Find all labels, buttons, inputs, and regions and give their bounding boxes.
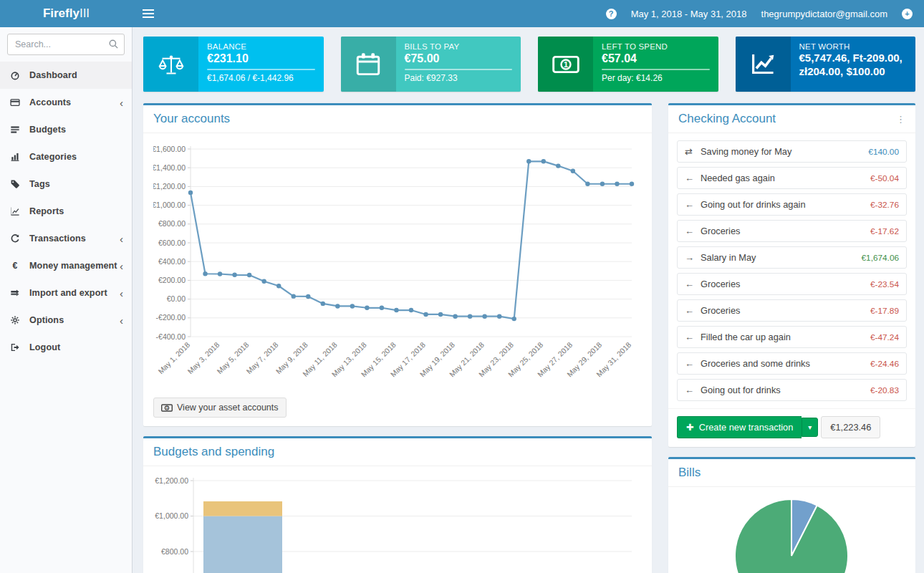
sidebar-item-budgets[interactable]: Budgets (0, 116, 132, 143)
transaction-row[interactable]: ←Filled the car up again€-47.24 (677, 326, 907, 348)
transaction-row[interactable]: ⇄Saving money for May€140.00 (677, 140, 907, 163)
sidebar-item-reports[interactable]: Reports (0, 198, 132, 225)
info-box-footer: Per day: €14.26 (602, 73, 710, 83)
plus-icon: ✚ (686, 422, 694, 433)
svg-text:-€200.00: -€200.00 (156, 313, 186, 322)
money-icon: 1 (161, 404, 173, 412)
caret-down-icon: ▾ (808, 423, 812, 431)
info-box-progress (207, 69, 315, 70)
svg-text:€400.00: €400.00 (158, 257, 186, 266)
bills-pie-chart[interactable] (678, 493, 903, 573)
budgets-bar-chart[interactable]: €1,200.00€1,000.00€800.00€600.00€400.00€… (153, 472, 640, 573)
sidebar-item-options[interactable]: Options‹ (0, 307, 132, 334)
sidebar-item-label: Reports (29, 206, 64, 216)
categories-icon (10, 151, 24, 163)
bills-panel-title[interactable]: Bills (678, 466, 701, 480)
transaction-description: Groceries (701, 305, 740, 316)
info-box-label: LEFT TO SPEND (602, 42, 710, 51)
info-box-progress (602, 69, 710, 70)
info-box-label: BALANCE (207, 42, 315, 51)
info-box-row: BALANCE€231.10€1,674.06 / €-1,442.96BILL… (143, 37, 915, 92)
withdrawal-icon: ← (685, 199, 701, 210)
ellipsis-icon[interactable]: ⋮ (896, 114, 905, 125)
sidebar-item-money-management[interactable]: €Money management‹ (0, 252, 132, 279)
brand-light: III (80, 6, 90, 21)
transaction-row[interactable]: ←Going out for drinks€-20.83 (677, 379, 907, 401)
sidebar-item-label: Money management (29, 261, 117, 271)
transaction-description: Groceries and some drinks (701, 358, 810, 369)
sidebar-toggle-button[interactable] (133, 0, 164, 27)
chevron-left-icon: ‹ (120, 97, 123, 108)
transaction-amount: €-17.62 (870, 226, 899, 236)
main-content: Firefly III What's playing? Home BALANCE… (133, 0, 924, 573)
sidebar-item-logout[interactable]: Logout (0, 334, 132, 361)
transaction-row[interactable]: ←Needed gas again€-50.04 (677, 167, 907, 189)
sidebar-item-label: Categories (29, 152, 77, 162)
info-box-label: BILLS TO PAY (405, 42, 513, 51)
create-transaction-dropdown[interactable]: ▾ (802, 418, 818, 437)
sidebar-item-import-and-export[interactable]: Import and export‹ (0, 279, 132, 307)
transaction-row[interactable]: ←Groceries€-23.54 (677, 273, 907, 295)
svg-text:€1,000.00: €1,000.00 (153, 201, 186, 209)
money-management-icon: € (10, 260, 24, 271)
svg-text:1: 1 (563, 59, 568, 69)
brand-logo[interactable]: FireflyIII (0, 0, 133, 27)
sidebar-item-label: Import and export (29, 288, 107, 298)
money-bill-icon: 1 (538, 37, 593, 92)
checking-account-title[interactable]: Checking Account (678, 112, 776, 126)
transaction-row[interactable]: →Salary in May€1,674.06 (677, 246, 907, 269)
transaction-amount: €-47.24 (870, 332, 899, 342)
info-box-progress (405, 69, 513, 70)
info-box-value: €5,747.46, Ft-209.00, zł204.00, $100.00 (799, 52, 908, 79)
tags-icon (10, 178, 24, 190)
transaction-description: Groceries (701, 226, 740, 236)
date-range[interactable]: May 1, 2018 - May 31, 2018 (631, 9, 747, 19)
dashboard-icon (10, 69, 24, 81)
transaction-description: Needed gas again (701, 173, 775, 183)
sidebar-item-transactions[interactable]: Transactions‹ (0, 225, 132, 252)
budgets-panel: Budgets and spending €1,200.00€1,000.00€… (143, 436, 652, 573)
sidebar: DashboardAccounts‹BudgetsCategoriesTagsR… (0, 27, 133, 573)
transactions-icon (10, 233, 24, 244)
accounts-panel-title[interactable]: Your accounts (153, 112, 230, 126)
search-input[interactable] (7, 34, 125, 55)
checking-account-panel: Checking Account ⋮ ⇄Saving money for May… (668, 103, 915, 447)
plus-icon[interactable]: + (902, 9, 913, 19)
info-box-value: €75.00 (405, 52, 513, 66)
transaction-amount: €-17.89 (870, 306, 899, 316)
sidebar-item-label: Budgets (29, 125, 66, 135)
transaction-description: Groceries (701, 279, 740, 289)
create-transaction-button[interactable]: ✚ Create new transaction (677, 416, 802, 438)
sidebar-item-label: Logout (29, 342, 60, 352)
user-email[interactable]: thegrumpydictator@gmail.com (761, 9, 887, 19)
sidebar-item-tags[interactable]: Tags (0, 170, 132, 198)
info-box-label: NET WORTH (799, 42, 908, 51)
budgets-panel-title[interactable]: Budgets and spending (153, 445, 274, 459)
transaction-row[interactable]: ←Groceries and some drinks€-24.46 (677, 352, 907, 375)
transaction-amount: €-23.54 (870, 279, 899, 289)
sidebar-search (7, 34, 125, 55)
sidebar-item-label: Tags (29, 179, 50, 189)
withdrawal-icon: ← (685, 173, 701, 183)
sidebar-item-categories[interactable]: Categories (0, 143, 132, 170)
withdrawal-icon: ← (685, 358, 701, 369)
svg-text:€1,000.00: €1,000.00 (155, 511, 188, 520)
accounts-line-chart[interactable]: €1,600.00€1,400.00€1,200.00€1,000.00€800… (153, 139, 640, 390)
transfer-icon: ⇄ (685, 146, 701, 157)
info-box-net-worth: NET WORTH€5,747.46, Ft-209.00, zł204.00,… (736, 37, 916, 92)
transaction-row[interactable]: ←Going out for drinks again€-32.76 (677, 193, 907, 216)
svg-text:€1,600.00: €1,600.00 (153, 145, 186, 153)
info-box-footer: €1,674.06 / €-1,442.96 (207, 73, 315, 83)
transaction-row[interactable]: ←Groceries€-17.62 (677, 220, 907, 242)
sidebar-item-label: Options (29, 315, 64, 325)
sidebar-item-accounts[interactable]: Accounts‹ (0, 89, 132, 116)
svg-text:1: 1 (166, 406, 168, 410)
account-balance: €1,223.46 (821, 416, 880, 438)
sidebar-item-dashboard[interactable]: Dashboard (0, 62, 132, 89)
svg-text:€1,400.00: €1,400.00 (153, 163, 186, 172)
withdrawal-icon: ← (685, 385, 701, 395)
view-asset-accounts-button[interactable]: 1 View your asset accounts (153, 398, 287, 418)
help-icon[interactable]: ? (606, 9, 617, 19)
sidebar-item-label: Dashboard (29, 70, 77, 80)
transaction-row[interactable]: ←Groceries€-17.89 (677, 299, 907, 322)
